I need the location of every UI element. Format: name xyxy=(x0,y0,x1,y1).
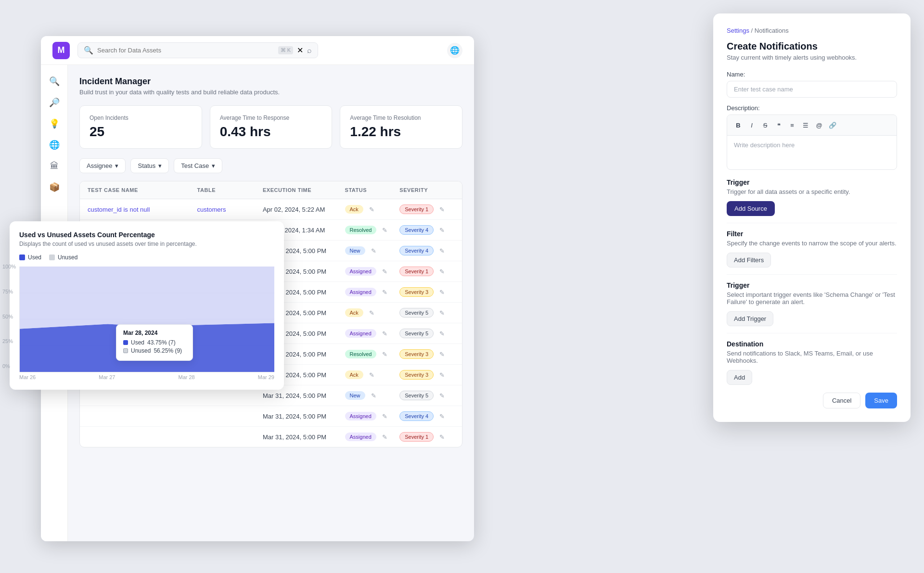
table-name-0[interactable]: customers xyxy=(197,206,262,213)
sidebar-item-insights[interactable]: 💡 xyxy=(46,115,63,132)
edit-icon-1[interactable]: ✎ xyxy=(382,227,387,234)
tooltip-unused-label: Unused xyxy=(131,347,151,354)
save-button[interactable]: Save xyxy=(865,393,897,408)
sidebar-item-database[interactable]: 🏛 xyxy=(46,157,63,175)
sev-edit-icon-7[interactable]: ✎ xyxy=(439,351,445,358)
sev-edit-icon-1[interactable]: ✎ xyxy=(439,227,445,234)
edit-icon-7[interactable]: ✎ xyxy=(382,351,387,358)
edit-icon-3[interactable]: ✎ xyxy=(382,268,387,275)
edit-icon-6[interactable]: ✎ xyxy=(382,330,387,337)
cancel-button[interactable]: Cancel xyxy=(823,393,860,408)
description-placeholder[interactable]: Write description here xyxy=(727,136,897,169)
tooltip-used-dot xyxy=(123,340,128,345)
sev-edit-icon-8[interactable]: ✎ xyxy=(439,371,445,379)
description-area: B I S ❝ ≡ ☰ @ 🔗 Write description here xyxy=(727,115,897,170)
globe-icon[interactable]: 🌐 xyxy=(447,43,462,58)
severity-badge-11: Severity 1 xyxy=(399,432,434,442)
search-shortcut: ⌘ K xyxy=(278,46,293,54)
assignee-filter[interactable]: Assignee ▾ xyxy=(79,158,126,173)
app-logo: M xyxy=(52,42,70,59)
page-title: Incident Manager xyxy=(79,76,462,87)
status-badge-11: Assigned xyxy=(345,433,376,441)
sidebar-item-explore[interactable]: 🔎 xyxy=(46,94,63,111)
edit-icon-11[interactable]: ✎ xyxy=(382,433,387,441)
sidebar-item-search[interactable]: 🔍 xyxy=(46,73,63,90)
link-button[interactable]: 🔗 xyxy=(826,119,839,131)
strikethrough-button[interactable]: S xyxy=(759,119,771,131)
add-destination-button[interactable]: Add xyxy=(727,370,752,385)
status-cell-8: Ack ✎ xyxy=(345,370,400,379)
test-case-filter[interactable]: Test Case ▾ xyxy=(174,158,222,173)
table-row: Mar 31, 2024, 5:00 PM Assigned ✎ Severit… xyxy=(80,427,462,447)
used-label: Used xyxy=(28,254,41,261)
edit-icon-8[interactable]: ✎ xyxy=(369,371,374,379)
severity-badge-8: Severity 3 xyxy=(399,370,434,380)
stats-row: Open Incidents 25 Average Time to Respon… xyxy=(79,105,462,149)
y-label-100: 100% xyxy=(2,264,16,269)
search-bar[interactable]: 🔍 ⌘ K ✕ ⌕ xyxy=(77,42,318,58)
app-header: M 🔍 ⌘ K ✕ ⌕ 🌐 xyxy=(41,36,474,65)
sidebar-item-global[interactable]: 🌐 xyxy=(46,136,63,153)
notifications-panel: Settings / Notifications Create Notifica… xyxy=(713,13,911,422)
sev-edit-icon-11[interactable]: ✎ xyxy=(439,433,445,441)
severity-badge-9: Severity 5 xyxy=(399,391,434,400)
breadcrumb-current: Notifications xyxy=(755,27,789,34)
chart-popup: Used vs Unused Assets Count Percentage D… xyxy=(10,221,284,390)
edit-icon-10[interactable]: ✎ xyxy=(382,413,387,420)
mention-button[interactable]: @ xyxy=(813,119,825,131)
sev-edit-icon-2[interactable]: ✎ xyxy=(439,247,445,255)
breadcrumb-sep: / xyxy=(751,27,755,34)
avg-resolution-label: Average Time to Resolution xyxy=(350,115,452,121)
edit-icon-4[interactable]: ✎ xyxy=(382,289,387,296)
edit-icon-9[interactable]: ✎ xyxy=(371,392,376,399)
search-close-icon: ✕ xyxy=(297,46,303,55)
sev-edit-icon-9[interactable]: ✎ xyxy=(439,392,445,399)
sev-edit-icon-6[interactable]: ✎ xyxy=(439,330,445,337)
status-cell-6: Assigned ✎ xyxy=(345,329,400,338)
italic-button[interactable]: I xyxy=(745,119,758,131)
sev-edit-icon-0[interactable]: ✎ xyxy=(439,206,445,213)
y-label-0: 0% xyxy=(2,363,16,369)
quote-button[interactable]: ❝ xyxy=(772,119,785,131)
edit-icon-2[interactable]: ✎ xyxy=(371,247,376,255)
severity-badge-4: Severity 3 xyxy=(399,287,434,297)
severity-cell-10: Severity 4 ✎ xyxy=(399,411,454,421)
edit-icon-5[interactable]: ✎ xyxy=(369,309,374,317)
status-badge-10: Assigned xyxy=(345,412,376,420)
edit-icon-0[interactable]: ✎ xyxy=(369,206,374,213)
y-label-50: 50% xyxy=(2,314,16,319)
sev-edit-icon-10[interactable]: ✎ xyxy=(439,413,445,420)
panel-desc: Stay current with timely alerts using we… xyxy=(727,54,897,61)
bold-button[interactable]: B xyxy=(732,119,744,131)
search-input[interactable] xyxy=(97,47,274,54)
status-cell-5: Ack ✎ xyxy=(345,308,400,317)
col-header-status: STATUS xyxy=(345,187,400,193)
status-cell-10: Assigned ✎ xyxy=(345,412,400,420)
sev-edit-icon-5[interactable]: ✎ xyxy=(439,309,445,317)
sev-edit-icon-3[interactable]: ✎ xyxy=(439,268,445,275)
test-case-name-0[interactable]: customer_id is not null xyxy=(88,206,197,213)
severity-badge-3: Severity 1 xyxy=(399,267,434,276)
table-row: customer_id is not null customers Apr 02… xyxy=(80,199,462,220)
sidebar-item-packages[interactable]: 📦 xyxy=(46,178,63,196)
breadcrumb-settings[interactable]: Settings xyxy=(727,27,749,34)
exec-time-0: Apr 02, 2024, 5:22 AM xyxy=(263,206,345,213)
severity-cell-4: Severity 3 ✎ xyxy=(399,287,454,297)
divider-3 xyxy=(727,333,897,333)
breadcrumb: Settings / Notifications xyxy=(727,27,897,34)
sev-edit-icon-4[interactable]: ✎ xyxy=(439,289,445,296)
ordered-list-button[interactable]: ☰ xyxy=(799,119,812,131)
add-trigger-button[interactable]: Add Trigger xyxy=(727,311,773,326)
name-input[interactable] xyxy=(727,81,897,98)
add-filters-button[interactable]: Add Filters xyxy=(727,253,771,267)
search-lens-icon[interactable]: ⌕ xyxy=(307,46,312,55)
chart-subtitle: Displays the count of used vs unused ass… xyxy=(19,241,274,247)
status-filter[interactable]: Status ▾ xyxy=(130,158,169,173)
header-right: 🌐 xyxy=(447,43,462,58)
col-header-severity: SEVERITY xyxy=(399,187,454,193)
status-cell-1: Resolved ✎ xyxy=(345,226,400,234)
add-source-button[interactable]: Add Source xyxy=(727,201,775,216)
severity-badge-5: Severity 5 xyxy=(399,308,434,318)
legend-used: Used xyxy=(19,254,41,261)
unordered-list-button[interactable]: ≡ xyxy=(786,119,798,131)
